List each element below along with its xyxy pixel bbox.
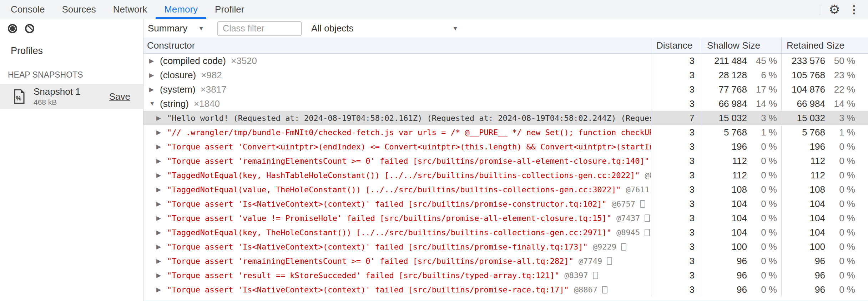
table-row[interactable]: ▼ (string) ×1840 3 66 984 14 % 66 984 14… [143, 97, 868, 111]
table-row[interactable]: ▶ "TaggedNotEqual(value, TheHoleConstant… [143, 182, 868, 197]
tab-strip: ConsoleSourcesNetworkMemoryProfiler [2, 0, 253, 19]
retained-size-cell: 100 0 % [782, 240, 868, 254]
shallow-size-cell: 196 0 % [702, 139, 782, 154]
tab-memory[interactable]: Memory [156, 0, 206, 19]
twisty-icon[interactable]: ▶ [156, 186, 167, 193]
twisty-icon[interactable]: ▶ [156, 172, 167, 179]
table-row[interactable]: ▶ "Torque assert 'remainingElementsCount… [143, 154, 868, 168]
twisty-icon[interactable]: ▶ [156, 243, 167, 251]
table-row[interactable]: ▶ (compiled code) ×3520 3 211 484 45 % 2… [143, 54, 868, 68]
twisty-icon[interactable]: ▶ [156, 200, 167, 208]
toolbar-left [0, 19, 143, 38]
distance-cell: 7 [651, 111, 702, 125]
tab-bar-actions: ⚙ ⋮ [820, 0, 868, 19]
distance-cell: 3 [651, 54, 702, 68]
table-row[interactable]: ▶ (system) ×3817 3 77 768 17 % 104 876 2… [143, 82, 868, 97]
distance-cell: 3 [651, 97, 702, 111]
column-header-shallow-size[interactable]: Shallow Size [702, 38, 782, 53]
clear-profiles-icon[interactable] [25, 24, 34, 33]
constructor-name: "Torque assert 'result == kStoreSucceded… [167, 271, 559, 280]
devtools-tab-bar: ConsoleSourcesNetworkMemoryProfiler ⚙ ⋮ [0, 0, 868, 19]
constructor-cell: ▶ "Torque assert 'Convert<uintptr>(endIn… [143, 139, 651, 154]
shallow-size-cell: 28 128 6 % [702, 68, 782, 82]
twisty-icon[interactable]: ▶ [149, 57, 160, 65]
table-row[interactable]: ▶ "Torque assert 'Is<NativeContext>(cont… [143, 282, 868, 297]
heap-snapshots-section-title: HEAP SNAPSHOTS [0, 70, 143, 80]
tab-console[interactable]: Console [2, 0, 53, 19]
class-filter-input[interactable] [217, 21, 302, 36]
save-link[interactable]: Save [109, 91, 130, 102]
distance-cell: 3 [651, 154, 702, 168]
retained-size-cell: 196 0 % [782, 139, 868, 154]
shallow-size-cell: 15 032 3 % [702, 111, 782, 125]
constructor-name: "Torque assert 'Is<NativeContext>(contex… [167, 199, 607, 208]
shallow-size-cell: 112 0 % [702, 168, 782, 182]
object-id: @9229 [593, 242, 616, 251]
twisty-icon[interactable]: ▶ [156, 157, 167, 165]
constructor-cell: ▶ "TaggedNotEqual(value, TheHoleConstant… [143, 182, 651, 197]
shallow-size-cell: 104 0 % [702, 211, 782, 225]
constructor-name: (closure) [160, 70, 196, 81]
table-row[interactable]: ▶ "TaggedNotEqual(key, HashTableHoleCons… [143, 168, 868, 182]
table-row[interactable]: ▶ "Torque assert 'value != PromiseHole' … [143, 211, 868, 225]
twisty-icon[interactable]: ▶ [156, 114, 167, 122]
table-row[interactable]: ▶ "Torque assert 'remainingElementsCount… [143, 254, 868, 268]
table-row[interactable]: ▶ "TaggedNotEqual(key, TheHoleConstant()… [143, 225, 868, 240]
twisty-icon[interactable]: ▶ [149, 86, 160, 93]
overflow-menu-icon[interactable]: ⋮ [849, 4, 859, 15]
twisty-icon[interactable]: ▶ [156, 143, 167, 150]
table-row[interactable]: ▶ "// .wrangler/tmp/bundle-FmNIt0/checke… [143, 125, 868, 139]
retained-size-cell: 112 0 % [782, 154, 868, 168]
constructor-cell: ▶ "Hello world! (Requested at: 2024-08-1… [143, 111, 651, 125]
twisty-icon[interactable]: ▶ [156, 257, 167, 265]
constructor-name: (string) [160, 98, 189, 109]
table-row[interactable]: ▶ "Torque assert 'Is<NativeContext>(cont… [143, 240, 868, 254]
twisty-icon[interactable]: ▶ [149, 71, 160, 79]
divider [820, 4, 820, 15]
tab-sources[interactable]: Sources [53, 0, 104, 19]
memory-toolbar: Summary ▼ All objects ▼ [0, 19, 868, 38]
record-heap-snapshot-icon[interactable] [8, 24, 17, 33]
twisty-icon[interactable]: ▶ [156, 286, 167, 293]
table-row[interactable]: ▶ "Torque assert 'result == kStoreSucced… [143, 268, 868, 282]
retained-size-cell: 112 0 % [782, 168, 868, 182]
heap-snapshot-document-icon: % [14, 89, 25, 104]
chevron-down-icon: ▼ [452, 25, 458, 32]
constructor-cell: ▶ "Torque assert 'result == kStoreSucced… [143, 268, 651, 282]
profiles-sidebar: Profiles HEAP SNAPSHOTS % Snapshot 1 468… [0, 38, 143, 301]
shallow-size-cell: 96 0 % [702, 268, 782, 282]
chevron-down-icon: ▼ [198, 25, 204, 32]
tab-network[interactable]: Network [105, 0, 156, 19]
constructor-name: "Torque assert 'value != PromiseHole' fa… [167, 214, 611, 223]
constructor-cell: ▶ "Torque assert 'Is<NativeContext>(cont… [143, 282, 651, 297]
table-row[interactable]: ▶ "Torque assert 'Convert<uintptr>(endIn… [143, 139, 868, 154]
table-row[interactable]: ▶ "Torque assert 'Is<NativeContext>(cont… [143, 197, 868, 211]
table-row[interactable]: ▶ "Hello world! (Requested at: 2024-08-1… [143, 111, 868, 125]
shallow-size-cell: 104 0 % [702, 225, 782, 240]
constructor-cell: ▶ "Torque assert 'Is<NativeContext>(cont… [143, 197, 651, 211]
table-row[interactable]: ▶ (closure) ×982 3 28 128 6 % 105 768 23… [143, 68, 868, 82]
shallow-size-cell: 108 0 % [702, 182, 782, 197]
object-id: @8945 [616, 228, 640, 237]
twisty-icon[interactable]: ▶ [156, 129, 167, 136]
column-header-constructor[interactable]: Constructor [143, 38, 651, 53]
snapshot-name: Snapshot 1 [34, 87, 81, 97]
shallow-size-cell: 100 0 % [702, 240, 782, 254]
twisty-icon[interactable]: ▶ [156, 214, 167, 222]
twisty-icon[interactable]: ▶ [156, 229, 167, 236]
shallow-size-cell: 96 0 % [702, 254, 782, 268]
column-header-distance[interactable]: Distance [651, 38, 702, 53]
tab-profiler[interactable]: Profiler [206, 0, 253, 19]
column-header-retained-size[interactable]: Retained Size [782, 38, 868, 53]
settings-gear-icon[interactable]: ⚙ [829, 3, 840, 16]
twisty-icon[interactable]: ▼ [149, 100, 160, 107]
snapshot-item[interactable]: % Snapshot 1 468 kB Save [0, 84, 143, 109]
object-scope-select[interactable]: All objects ▼ [311, 23, 458, 34]
shallow-size-cell: 112 0 % [702, 154, 782, 168]
devtools-window: ConsoleSourcesNetworkMemoryProfiler ⚙ ⋮ … [0, 0, 868, 301]
perspective-select[interactable]: Summary ▼ [148, 23, 204, 34]
twisty-icon[interactable]: ▶ [156, 272, 167, 279]
memory-panel-content: Profiles HEAP SNAPSHOTS % Snapshot 1 468… [0, 38, 868, 301]
constructor-name: "Torque assert 'remainingElementsCount >… [167, 257, 574, 266]
toolbar-right: Summary ▼ All objects ▼ [143, 19, 868, 38]
